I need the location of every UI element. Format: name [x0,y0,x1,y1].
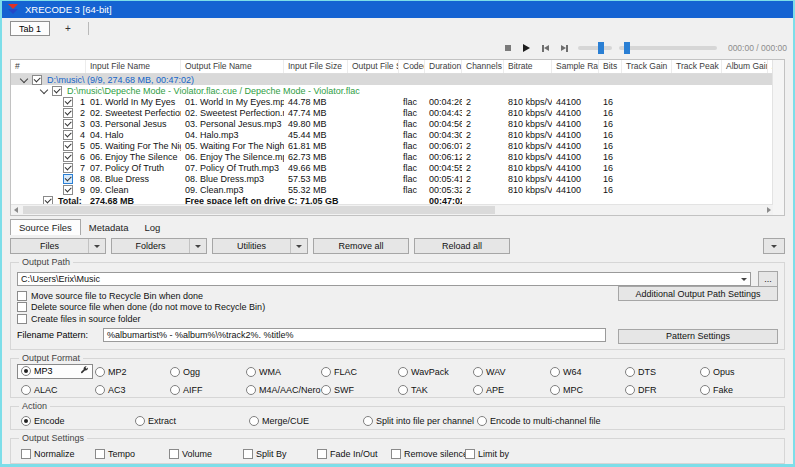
column-header-input-file-name[interactable]: Input File Name [86,60,181,73]
setting-option-tempo[interactable]: Tempo [95,448,135,460]
folders-dropdown-icon[interactable] [189,239,206,253]
row-checkbox[interactable] [63,152,73,162]
action-option-encode-to-multi-channel-file[interactable]: Encode to multi-channel file [477,415,601,427]
format-radio-mp2[interactable] [95,367,105,377]
group-checkbox[interactable] [32,75,42,85]
seek-slider[interactable] [578,46,612,50]
table-row[interactable]: 808. Blue Dress08. Blue Dress.mp357.53 M… [11,173,784,184]
output-path-dropdown-icon[interactable] [741,278,747,281]
scroll-right-arrow[interactable] [767,207,771,213]
format-mp3-selected[interactable]: MP3 [17,364,93,379]
format-radio-fake[interactable] [700,385,710,395]
format-radio-aiff[interactable] [170,385,180,395]
action-radio-split-into-file-per-channel[interactable] [363,416,373,426]
format-radio-w64[interactable] [550,367,560,377]
utilities-button[interactable]: Utilities [212,238,308,254]
table-row[interactable]: 303. Personal Jesus03. Personal Jesus.mp… [11,118,784,129]
format-radio-swf[interactable] [321,385,331,395]
format-radio-ac3[interactable] [95,385,105,395]
tab-1[interactable]: Tab 1 [10,21,50,36]
option-delete-source-file-when-done-do-not-move-to-recycle-bin[interactable]: Delete source file when done (do not mov… [17,302,778,314]
column-header-input-file-size[interactable]: Input File Size [284,60,348,73]
action-option-split-into-file-per-channel[interactable]: Split into file per channel [363,415,474,427]
format-radio-wavpack[interactable] [398,367,408,377]
setting-option-volume[interactable]: Volume [169,448,212,460]
setting-option-remove-silence[interactable]: Remove silence [391,448,468,460]
column-header-album-gain[interactable]: Album Gain [722,60,768,73]
previous-track-button[interactable] [540,42,552,54]
checkbox[interactable] [17,314,27,324]
format-radio-wav[interactable] [473,367,483,377]
column-header-bits[interactable]: Bits [599,60,622,73]
row-checkbox[interactable] [63,185,73,195]
table-row[interactable]: 909. Clean09. Clean.mp355.32 MBflac00:05… [11,184,784,195]
panel-tab-source-files[interactable]: Source Files [10,219,81,235]
additional-output-path-settings-button[interactable]: Additional Output Path Settings [618,286,778,301]
action-radio-encode-to-multi-channel-file[interactable] [477,416,487,426]
row-checkbox[interactable] [63,130,73,140]
column-header-output-file-name[interactable]: Output File Name [181,60,284,73]
format-option-swf[interactable]: SWF [321,384,354,396]
format-option-wav[interactable]: WAV [473,366,506,378]
files-dropdown-icon[interactable] [88,239,105,253]
format-radio-alac[interactable] [21,385,31,395]
collapse-chevron-icon[interactable] [20,74,28,82]
format-option-fake[interactable]: Fake [700,384,733,396]
action-radio-merge-cue[interactable] [249,416,259,426]
format-option-ogg[interactable]: Ogg [170,366,200,378]
format-option-aiff[interactable]: AIFF [170,384,203,396]
horizontal-scrollbar[interactable] [11,204,773,215]
scroll-left-arrow[interactable] [11,207,21,213]
option-create-files-in-source-folder[interactable]: Create files in source folder [17,313,778,325]
format-radio-dfr[interactable] [625,385,635,395]
format-radio-wma[interactable] [246,367,256,377]
play-button[interactable] [521,42,533,54]
row-checkbox[interactable] [63,163,73,173]
format-option-dfr[interactable]: DFR [625,384,657,396]
row-checkbox[interactable] [63,108,73,118]
format-option-dts[interactable]: DTS [625,366,656,378]
pattern-settings-button[interactable]: Pattern Settings [618,329,778,344]
format-option-mpc[interactable]: MPC [550,384,583,396]
format-radio-flac[interactable] [321,367,331,377]
format-option-m4a-aac-nero[interactable]: M4A/AAC/Nero [246,384,321,396]
column-header-bitrate[interactable]: Bitrate [504,60,552,73]
column-header-codec[interactable]: Codec [399,60,425,73]
filename-pattern-input[interactable]: %albumartist% - %album%\%track2%. %title… [103,328,606,342]
add-tab-button[interactable]: + [58,21,78,36]
action-option-merge-cue[interactable]: Merge/CUE [249,415,309,427]
output-path-input[interactable]: C:\Users\Erix\Music [17,272,751,286]
setting-checkbox-normalize[interactable] [21,449,31,459]
setting-option-fade-in-out[interactable]: Fade In/Out [317,448,378,460]
group-row-cue[interactable]: D:\music\Depeche Mode - Violator.flac.cu… [11,85,784,96]
setting-checkbox-tempo[interactable] [95,449,105,459]
setting-checkbox-limit-by[interactable] [465,449,475,459]
format-option-ape[interactable]: APE [473,384,504,396]
table-row[interactable]: 505. Waiting For The Night05. Waiting Fo… [11,140,784,151]
format-radio-mpc[interactable] [550,385,560,395]
row-checkbox[interactable] [63,141,73,151]
setting-checkbox-volume[interactable] [169,449,179,459]
column-header-track-gain[interactable]: Track Gain [622,60,672,73]
table-row[interactable]: 707. Policy Of Truth07. Policy Of Truth.… [11,162,784,173]
format-option-flac[interactable]: FLAC [321,366,357,378]
utilities-dropdown-icon[interactable] [290,239,307,253]
format-radio-tak[interactable] [398,385,408,395]
format-option-w64[interactable]: W64 [550,366,582,378]
volume-slider[interactable] [619,46,717,50]
setting-checkbox-remove-silence[interactable] [391,449,401,459]
column-header-sample-rate[interactable]: Sample Rate [552,60,599,73]
format-radio-m4a-aac-nero[interactable] [246,385,256,395]
files-button[interactable]: Files [10,238,106,254]
setting-option-limit-by[interactable]: Limit by [465,448,509,460]
column-header-channels[interactable]: Channels [462,60,504,73]
setting-checkbox-split-by[interactable] [243,449,253,459]
column-header-duration[interactable]: Duration [425,60,462,73]
action-radio-encode[interactable] [21,416,31,426]
action-option-encode[interactable]: Encode [21,415,65,427]
format-radio-ape[interactable] [473,385,483,395]
setting-option-normalize[interactable]: Normalize [21,448,75,460]
action-option-extract[interactable]: Extract [135,415,176,427]
remove-all-button[interactable]: Remove all [313,238,409,254]
panel-tab-metadata[interactable]: Metadata [81,220,137,235]
